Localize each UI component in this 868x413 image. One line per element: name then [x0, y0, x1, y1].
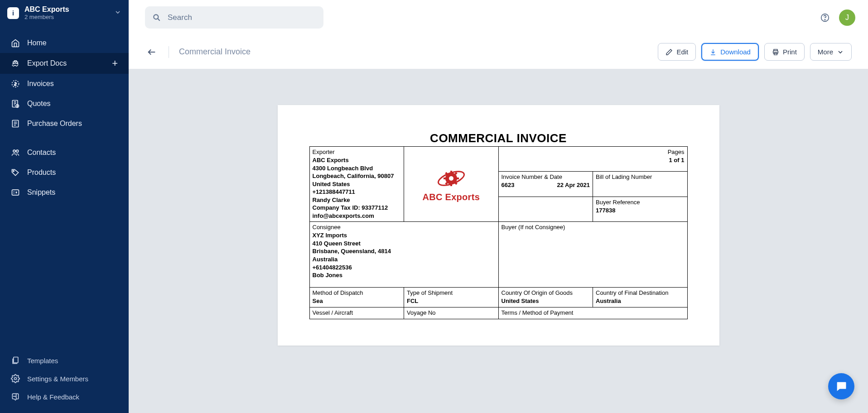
download-button[interactable]: Download — [701, 43, 759, 61]
main: Search J Commercial Invoice Edit — [129, 0, 868, 413]
cell-label: Exporter — [313, 149, 401, 155]
sidebar-item-contacts[interactable]: Contacts — [0, 143, 129, 163]
more-button[interactable]: More — [810, 43, 852, 61]
sidebar-item-label: Templates — [27, 357, 58, 365]
question-circle-icon — [820, 13, 830, 23]
cell-label: Type of Shipment — [407, 289, 496, 296]
sidebar-item-export-docs[interactable]: Export Docs + — [0, 53, 129, 74]
svg-rect-21 — [444, 178, 446, 179]
chat-fab[interactable] — [828, 373, 854, 399]
add-export-doc-button[interactable]: + — [112, 58, 118, 68]
type-shipment-cell: Type of Shipment FCL — [404, 288, 499, 307]
cell-label: Voyage No — [407, 309, 496, 316]
search-icon — [152, 13, 161, 22]
svg-point-18 — [449, 176, 453, 181]
nav-footer: Templates Settings & Members Help & Feed… — [0, 351, 129, 413]
search-placeholder: Search — [168, 13, 192, 22]
snippet-icon — [11, 188, 20, 197]
button-label: Print — [783, 48, 797, 56]
destination-value: Australia — [596, 297, 685, 305]
search-input[interactable]: Search — [145, 6, 323, 29]
print-button[interactable]: Print — [764, 43, 805, 61]
gear-icon — [11, 374, 20, 383]
sidebar-item-label: Home — [27, 39, 47, 47]
buyer-ref-value: 177838 — [596, 206, 685, 215]
voyage-cell: Voyage No — [404, 307, 499, 319]
help-button[interactable] — [820, 13, 830, 23]
document-canvas[interactable]: COMMERCIAL INVOICE Exporter ABC Exports … — [129, 69, 868, 413]
cell-label: Country of Final Destination — [596, 289, 685, 296]
consignee-country: Australia — [313, 255, 496, 264]
sidebar-item-settings[interactable]: Settings & Members — [0, 370, 129, 388]
breadcrumb: Commercial Invoice — [179, 47, 251, 57]
cell-label: Bill of Lading Number — [596, 173, 685, 180]
sidebar-item-snippets[interactable]: Snippets — [0, 182, 129, 202]
sidebar-item-label: Purchase Orders — [27, 120, 82, 128]
exporter-tax: Company Tax ID: 93377112 — [313, 204, 401, 212]
contacts-icon — [11, 148, 20, 157]
exporter-addr2: Longbeach, California, 90807 — [313, 172, 401, 180]
button-label: Download — [720, 48, 751, 56]
cell-label: Pages — [502, 149, 685, 155]
workspace-switcher[interactable]: i ABC Exports 2 members — [0, 0, 129, 26]
document-page: COMMERCIAL INVOICE Exporter ABC Exports … — [278, 105, 719, 346]
svg-point-9 — [14, 378, 17, 380]
workspace-members: 2 members — [24, 14, 114, 20]
home-icon — [11, 38, 20, 48]
sidebar-item-templates[interactable]: Templates — [0, 351, 129, 370]
topbar: Search J — [129, 0, 868, 35]
cell-label: Invoice Number & Date — [502, 173, 590, 180]
sidebar-item-products[interactable]: Products — [0, 163, 129, 182]
invoice-date: 22 Apr 2021 — [557, 181, 590, 189]
templates-icon — [11, 356, 20, 365]
pages-cell: Pages 1 of 1 — [498, 147, 687, 172]
exporter-phone: +121388447711 — [313, 188, 401, 196]
arrow-left-icon — [147, 47, 157, 57]
back-button[interactable] — [145, 45, 159, 59]
invoice-table: Exporter ABC Exports 4300 Longbeach Blvd… — [309, 146, 688, 319]
sidebar-item-label: Quotes — [27, 100, 51, 108]
exporter-addr1: 4300 Longbeach Blvd — [313, 164, 401, 173]
invoice-number-date-cell: Invoice Number & Date 6623 22 Apr 2021 — [498, 172, 593, 197]
svg-rect-8 — [14, 357, 18, 363]
exporter-country: United States — [313, 180, 401, 188]
download-icon — [709, 48, 717, 56]
destination-cell: Country of Final Destination Australia — [593, 288, 688, 307]
workspace-name: ABC Exports — [24, 5, 114, 14]
cell-label: Terms / Method of Payment — [502, 309, 685, 316]
cell-label: Buyer (If not Consignee) — [502, 224, 685, 231]
invoice-icon — [11, 79, 20, 88]
quote-icon — [11, 99, 20, 108]
buyer-ref-cell: Buyer Reference 177838 — [593, 197, 688, 221]
exporter-cell: Exporter ABC Exports 4300 Longbeach Blvd… — [309, 147, 404, 222]
sidebar-item-invoices[interactable]: Invoices — [0, 74, 129, 94]
sidebar-item-quotes[interactable]: Quotes — [0, 94, 129, 114]
separator — [169, 46, 169, 58]
sidebar: i ABC Exports 2 members Home Export Docs… — [0, 0, 129, 413]
type-shipment-value: FCL — [407, 297, 496, 305]
document-title: COMMERCIAL INVOICE — [309, 131, 688, 145]
sidebar-item-purchase-orders[interactable]: Purchase Orders — [0, 114, 129, 134]
svg-rect-19 — [450, 171, 452, 173]
buyer-cell: Buyer (If not Consignee) — [498, 222, 687, 288]
consignee-addr1: 410 Queen Street — [313, 240, 496, 248]
company-logo: ABC Exports — [422, 166, 480, 202]
workspace-logo: i — [7, 7, 19, 19]
origin-value: United States — [502, 297, 590, 305]
terms-cell: Terms / Method of Payment — [498, 307, 687, 319]
svg-rect-7 — [12, 190, 19, 195]
tag-icon — [11, 168, 20, 177]
svg-point-12 — [825, 19, 825, 19]
toolbar: Commercial Invoice Edit Download Print M… — [129, 35, 868, 69]
po-icon — [11, 119, 20, 128]
consignee-phone: +61404822536 — [313, 264, 496, 272]
edit-button[interactable]: Edit — [658, 43, 696, 61]
svg-point-5 — [16, 150, 19, 152]
sidebar-item-label: Help & Feedback — [27, 393, 79, 401]
sidebar-item-label: Snippets — [27, 188, 55, 197]
consignee-cell: Consignee XYZ Imports 410 Queen Street B… — [309, 222, 498, 288]
svg-rect-22 — [456, 178, 459, 179]
sidebar-item-home[interactable]: Home — [0, 33, 129, 53]
sidebar-item-help[interactable]: Help & Feedback — [0, 388, 129, 406]
user-avatar[interactable]: J — [839, 10, 855, 26]
